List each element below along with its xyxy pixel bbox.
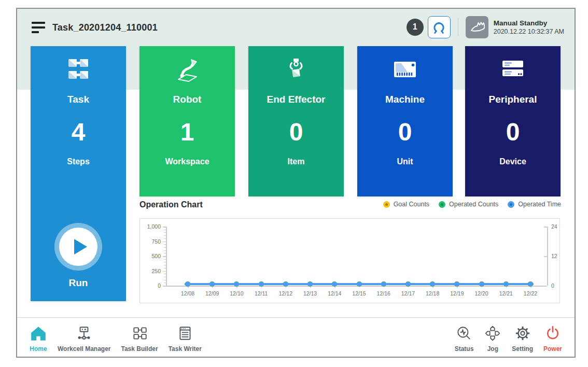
- menu-button[interactable]: [32, 22, 45, 33]
- app-window: Task_20201204_110001 1 Manual Standby 20…: [16, 8, 576, 358]
- card-end-effector[interactable]: End Effector 0 Item: [248, 46, 344, 196]
- card-robot[interactable]: Robot 1 Workspace: [139, 46, 235, 196]
- legend-label: Operated Time: [518, 201, 561, 208]
- nav-home[interactable]: Home: [24, 320, 52, 355]
- legend-label: Goal Counts: [394, 201, 429, 208]
- notification-badge[interactable]: 1: [407, 19, 424, 36]
- robot-state: Manual Standby 2020.12.22 10:32:37 AM: [494, 19, 564, 35]
- legend-label: Operated Counts: [449, 201, 498, 208]
- bottom-nav: Home Workcell Manager: [17, 318, 575, 357]
- card-title: Machine: [357, 94, 453, 105]
- task-writer-icon: [169, 322, 202, 342]
- run-area: Run: [31, 228, 126, 289]
- card-task[interactable]: Task 4 Steps Run: [31, 46, 126, 301]
- run-label: Run: [31, 277, 126, 289]
- card-value: 0: [465, 119, 561, 146]
- legend-operated-time[interactable]: Operated Time: [508, 201, 561, 208]
- hand-icon: [469, 19, 485, 35]
- jog-dpad-icon: [484, 322, 501, 342]
- hamburger-icon: [32, 22, 45, 24]
- end-effector-icon: [248, 57, 344, 82]
- timestamp: 2020.12.22 10:32:37 AM: [494, 28, 564, 35]
- operation-chart: 1,00075050025002412012/0812/0912/1012/11…: [139, 218, 560, 303]
- task-builder-icon: [121, 322, 158, 342]
- nav-task-writer[interactable]: Task Writer: [163, 320, 207, 355]
- legend-goal-counts[interactable]: Goal Counts: [383, 201, 429, 208]
- nav-jog[interactable]: Jog: [479, 320, 507, 355]
- power-icon: [543, 322, 562, 342]
- workcell-manager-icon: [58, 322, 110, 342]
- nav-workcell-manager[interactable]: Workcell Manager: [52, 320, 116, 355]
- chart-legend: Goal Counts Operated Counts Operated Tim…: [383, 201, 561, 208]
- robot-mode-label: Manual Standby: [494, 19, 564, 27]
- gripper-icon: [432, 20, 446, 34]
- chart-title: Operation Chart: [139, 200, 203, 209]
- card-peripheral[interactable]: Peripheral 0 Device: [465, 46, 561, 196]
- card-title: Peripheral: [465, 94, 561, 105]
- legend-operated-counts[interactable]: Operated Counts: [439, 201, 498, 208]
- card-unit: Steps: [31, 157, 126, 166]
- nav-group-right: Status Jog: [450, 320, 567, 355]
- nav-setting[interactable]: Setting: [507, 320, 538, 355]
- manual-mode-button[interactable]: [466, 16, 488, 38]
- nav-task-builder[interactable]: Task Builder: [116, 320, 163, 355]
- operated-time-dot-icon: [508, 201, 514, 208]
- gripper-button[interactable]: [428, 16, 451, 38]
- robot-arm-icon: [139, 57, 235, 82]
- gear-icon: [512, 322, 533, 342]
- card-value: 4: [31, 119, 126, 146]
- card-machine[interactable]: Machine 0 Unit: [357, 46, 453, 196]
- goal-counts-dot-icon: [383, 201, 390, 208]
- peripheral-devices-icon: [465, 57, 561, 82]
- play-icon: [74, 239, 87, 255]
- card-unit: Device: [465, 157, 561, 166]
- card-title: Robot: [139, 94, 235, 105]
- card-value: 1: [139, 119, 235, 146]
- card-unit: Workspace: [139, 157, 235, 166]
- header-right-cluster: 1 Manual Standby 2020.12.22 10:32:37 AM: [407, 15, 564, 39]
- chart-plot: 1,00075050025002412012/0812/0912/1012/11…: [140, 219, 559, 303]
- run-button[interactable]: [59, 228, 97, 266]
- nav-group-left: Home Workcell Manager: [24, 320, 207, 355]
- machine-icon: [357, 57, 453, 82]
- card-title: Task: [31, 94, 126, 105]
- operated-counts-dot-icon: [439, 201, 445, 208]
- card-value: 0: [248, 119, 344, 146]
- card-value: 0: [357, 119, 453, 146]
- task-title: Task_20201204_110001: [52, 22, 158, 33]
- home-icon: [30, 322, 47, 342]
- card-unit: Unit: [357, 157, 453, 166]
- card-title: End Effector: [248, 94, 344, 105]
- status-monitor-icon: [455, 322, 474, 342]
- card-unit: Item: [248, 157, 344, 166]
- task-blocks-icon: [31, 57, 126, 82]
- header-divider: [458, 18, 458, 36]
- nav-status[interactable]: Status: [450, 320, 479, 355]
- nav-power[interactable]: Power: [538, 320, 567, 355]
